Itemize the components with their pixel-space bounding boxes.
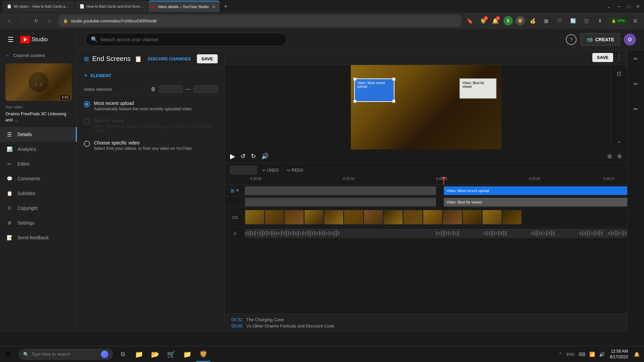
add-element-button[interactable]: + ELEMENT: [77, 68, 224, 83]
tab-overflow[interactable]: ⌄: [604, 3, 613, 10]
user-avatar[interactable]: O: [624, 34, 636, 46]
sidebar-item-settings[interactable]: ⚙ Settings: [0, 216, 77, 230]
sidebar-nav: ☰ Details 📊 Analytics ✂ Editor 💬 Comment…: [0, 127, 77, 332]
taskbar-time-display[interactable]: 12:58 AM 8/17/2023: [607, 347, 631, 361]
wallet-button[interactable]: 💰: [528, 15, 538, 26]
brave-icon-button[interactable]: 🦁: [516, 16, 525, 25]
reload-button[interactable]: ↻: [31, 15, 42, 26]
rewind-button[interactable]: ↺: [240, 153, 246, 160]
bookmark-button[interactable]: 🔖: [465, 15, 475, 26]
search-input[interactable]: [100, 37, 281, 42]
resize-handle-tl[interactable]: [353, 77, 357, 81]
keyboard-icon[interactable]: ⌨: [577, 350, 587, 358]
play-button[interactable]: ▶: [230, 152, 235, 160]
shield-button[interactable]: 🛡: [554, 15, 565, 26]
taskbar-app-files[interactable]: 📁: [180, 347, 195, 362]
more-options-icon[interactable]: ⋮: [616, 54, 622, 61]
audio-waveform: [245, 229, 627, 238]
home-button[interactable]: ⌂: [44, 15, 55, 26]
radio-button-specific[interactable]: [84, 141, 90, 147]
vpn-button[interactable]: 🔒 VPN: [608, 17, 628, 24]
sidebar-item-analytics[interactable]: 📊 Analytics: [0, 142, 77, 157]
youtube-studio-logo[interactable]: Studio: [20, 36, 48, 43]
fast-forward-button[interactable]: ↻: [251, 153, 256, 160]
save-button[interactable]: SAVE: [197, 54, 218, 63]
tab-1[interactable]: 📋 My tasks – How to Add Cards and End…: [3, 1, 75, 12]
sidebar-item-subtitles[interactable]: 📋 Subtitles: [0, 186, 77, 201]
edit-pencil-1[interactable]: ✏: [634, 56, 638, 62]
brave-rewards-button[interactable]: 🦁 9: [478, 15, 489, 26]
sidebar-item-comments[interactable]: 💬 Comments: [0, 171, 77, 186]
minimize-button[interactable]: ─: [616, 3, 623, 10]
browser-menu-button[interactable]: ≡: [631, 16, 640, 26]
current-time-display[interactable]: 6:40:07: [230, 166, 257, 174]
edit-pencil-3[interactable]: ✏: [634, 106, 638, 112]
sync-button[interactable]: 🔄: [568, 15, 579, 26]
up-arrow-tray[interactable]: ⌃: [557, 350, 564, 358]
sidebar-toggle-button[interactable]: ◫: [581, 15, 592, 26]
sidebar-item-editor[interactable]: ✂ Editor: [0, 157, 77, 171]
save-video-button[interactable]: SAVE: [592, 53, 613, 62]
downloads-button[interactable]: ⬇: [595, 15, 605, 26]
resize-handle-br[interactable]: [392, 100, 395, 103]
start-time-input[interactable]: 6:40:08: [159, 85, 183, 93]
track-clip-best[interactable]: Video: Best for viewer: [444, 198, 627, 206]
end-screen-card-1[interactable]: Video: Most recent upload: [354, 78, 394, 102]
volume-button[interactable]: 🔊: [261, 153, 269, 160]
taskbar-search[interactable]: 🔍 Type here to search: [19, 349, 113, 360]
lang-indicator[interactable]: ENG: [565, 351, 576, 358]
maximize-button[interactable]: □: [625, 3, 632, 10]
end-time-input[interactable]: 6:49:13: [194, 85, 218, 93]
track-add-button-1[interactable]: +: [236, 187, 239, 194]
back-nav-button[interactable]: ‹: [4, 15, 15, 26]
taskbar-app-store[interactable]: 🛒: [164, 347, 178, 362]
chapter-item-2[interactable]: 05:00 Vs Other Oraimo Farbuds and Discou…: [231, 323, 621, 329]
track-clip-recent[interactable]: Video: Most recent upload: [444, 186, 627, 195]
discard-changes-button[interactable]: DISCARD CHANGES: [146, 54, 193, 63]
end-screen-card-2[interactable]: Video: Best for viewer: [460, 78, 496, 99]
channel-content-label: Channel content: [13, 53, 45, 58]
undo-button[interactable]: ↩ UNDO: [260, 167, 281, 174]
radio-option-recent[interactable]: Most recent upload Automatically feature…: [84, 101, 218, 111]
video-thumbnail[interactable]: 🎧 6:50: [5, 63, 72, 101]
grid-button[interactable]: ⊞: [607, 153, 612, 160]
task-view-button[interactable]: ⧉: [115, 347, 130, 362]
playhead[interactable]: [443, 177, 444, 185]
chevron-down-icon[interactable]: ⌄: [617, 138, 621, 144]
resize-handle-bl[interactable]: [353, 100, 357, 103]
hamburger-menu-button[interactable]: ☰: [5, 34, 16, 45]
notes-icon[interactable]: 📋: [135, 55, 142, 63]
start-button[interactable]: ⊞: [0, 346, 16, 362]
taskbar-app-brave[interactable]: 🦁: [196, 347, 211, 362]
tab-3[interactable]: ▶ Video details – YouTube Studio ✕: [148, 1, 220, 12]
chapter-item-1[interactable]: 04:32 The Charging Case: [231, 316, 621, 323]
network-icon[interactable]: 📶: [588, 350, 596, 358]
redo-button[interactable]: ↪ REDO: [284, 167, 306, 174]
notifications-area[interactable]: 🔔: [632, 350, 641, 359]
address-bar[interactable]: 🔒 studio.youtube.com/video/YdXbcoD695I/e…: [58, 15, 462, 27]
volume-icon[interactable]: 🔊: [598, 350, 606, 358]
tab-2[interactable]: 📄 How to Add Cards and End Screens to…: [75, 1, 148, 12]
edit-pencil-2[interactable]: ✏: [634, 81, 638, 87]
create-button[interactable]: 📹 CREATE: [581, 33, 620, 46]
forward-nav-button[interactable]: ›: [17, 15, 28, 26]
help-button[interactable]: ?: [566, 34, 577, 45]
sidebar-item-feedback[interactable]: 📝 Send feedback: [0, 230, 77, 245]
delete-element-icon[interactable]: 🗑: [151, 86, 156, 92]
resize-handle-tr[interactable]: [392, 77, 395, 81]
bar-button[interactable]: ▦: [541, 15, 552, 26]
profile-s-button[interactable]: S: [503, 16, 513, 25]
sidebar-item-details[interactable]: ☰ Details: [0, 127, 77, 142]
close-button[interactable]: ✕: [635, 3, 641, 10]
taskbar-app-explorer[interactable]: 📂: [148, 347, 162, 362]
settings-gear-button[interactable]: ⚙: [617, 153, 622, 160]
notifications-button[interactable]: 🔔 6: [490, 15, 501, 26]
sidebar-item-copyright[interactable]: © Copyright: [0, 201, 77, 216]
expand-icon[interactable]: ⊡: [617, 70, 621, 77]
radio-button-recent[interactable]: [84, 101, 90, 107]
new-tab-button[interactable]: +: [221, 2, 230, 11]
back-to-channel-button[interactable]: ← Channel content: [0, 50, 77, 61]
tab-3-close[interactable]: ✕: [212, 4, 216, 9]
radio-option-specific[interactable]: Choose specific video Select from your v…: [84, 140, 218, 151]
taskbar-app-folder[interactable]: 📁: [131, 347, 146, 362]
